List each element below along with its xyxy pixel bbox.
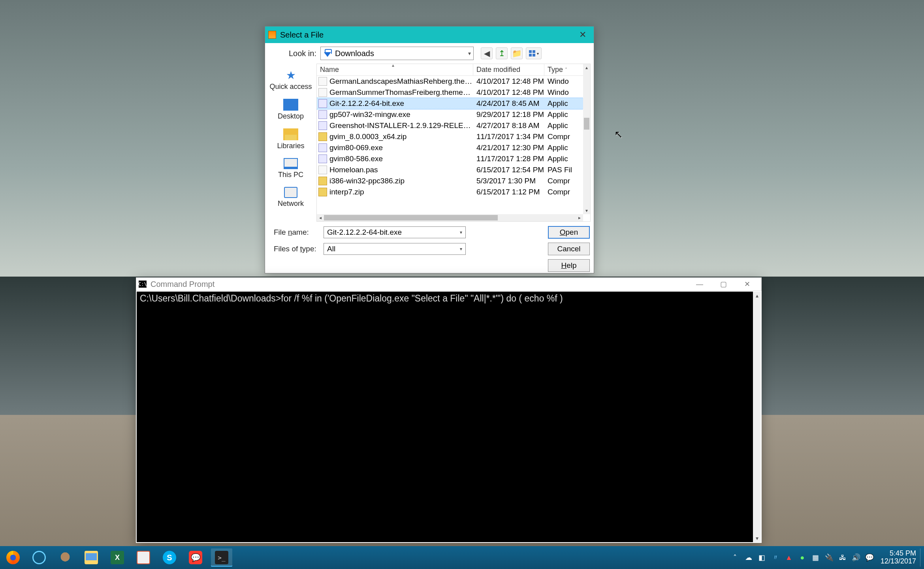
tray-app-icon[interactable]: ◧: [758, 554, 766, 561]
scroll-thumb[interactable]: [584, 118, 589, 130]
tray-action-center-icon[interactable]: 💬: [866, 554, 873, 561]
file-name: Greenshot-INSTALLER-1.2.9.129-RELEASE.ex…: [329, 121, 473, 130]
tray-skype-icon[interactable]: ●: [798, 554, 806, 561]
place-this-pc[interactable]: This PC: [265, 155, 316, 184]
file-name: interp7.zip: [329, 188, 473, 196]
taskbar-excel[interactable]: X: [107, 548, 128, 567]
file-row[interactable]: gvim_8.0.0003_x64.zip11/17/2017 1:34 PMC…: [317, 131, 590, 142]
filetype-select[interactable]: All ▾: [324, 243, 466, 255]
file-row[interactable]: gp507-win32-mingw.exe9/29/2017 12:18 PMA…: [317, 109, 590, 120]
close-button[interactable]: ✕: [575, 28, 591, 41]
file-icon: [318, 88, 327, 97]
close-button[interactable]: ✕: [735, 278, 759, 290]
tray-overflow-icon[interactable]: ˄: [731, 554, 739, 561]
file-row[interactable]: gvim80-069.exe4/21/2017 12:30 PMApplic: [317, 142, 590, 153]
new-folder-button[interactable]: 📁: [511, 47, 523, 59]
tray-cloud-icon[interactable]: ☁: [745, 554, 753, 561]
scroll-down-icon[interactable]: ▾: [753, 534, 761, 542]
tray-app-icon-2[interactable]: 〃: [772, 554, 779, 561]
taskbar-app[interactable]: [55, 548, 76, 567]
cortana-icon: [32, 551, 46, 564]
file-row[interactable]: GermanLandscapesMathiasRehberg.themep...…: [317, 76, 590, 87]
minimize-button[interactable]: —: [688, 278, 711, 290]
file-row[interactable]: i386-win32-ppc386.zip5/3/2017 1:30 PMCom…: [317, 175, 590, 187]
excel-icon: X: [111, 551, 124, 564]
scroll-left-icon[interactable]: ◂: [317, 214, 324, 221]
cmd-body[interactable]: C:\Users\Bill.Chatfield\Downloads>for /f…: [137, 292, 761, 542]
file-name: gvim80-069.exe: [329, 143, 473, 152]
taskbar-firefox[interactable]: [2, 548, 24, 567]
maximize-button[interactable]: ▢: [711, 278, 735, 290]
taskbar-snipping-tool[interactable]: [133, 548, 154, 567]
column-name[interactable]: Name: [317, 64, 473, 75]
cmd-icon: C:\: [139, 281, 147, 288]
star-icon: ★: [283, 69, 298, 81]
tray-power-icon[interactable]: 🔌: [825, 554, 833, 561]
file-list-pane: ▴ Name Date modified Type ˄ GermanLandsc…: [316, 64, 591, 222]
hscroll-thumb[interactable]: [324, 215, 498, 220]
lookin-value: Downloads: [335, 49, 468, 58]
taskbar-command-prompt[interactable]: >_: [211, 548, 232, 567]
libraries-icon: [283, 128, 298, 140]
place-quick-access[interactable]: ★ Quick access: [265, 66, 316, 96]
file-name: GermanSummerThomasFreiberg.themepack: [329, 88, 473, 97]
cancel-button[interactable]: Cancel: [548, 243, 590, 255]
taskbar-chat-app[interactable]: 💬: [185, 548, 206, 567]
place-desktop[interactable]: Desktop: [265, 96, 316, 125]
tray-volume-icon[interactable]: 🔊: [852, 554, 860, 561]
tray-app-icon-3[interactable]: ▦: [812, 554, 820, 561]
file-row[interactable]: Git-2.12.2.2-64-bit.exe4/24/2017 8:45 AM…: [317, 98, 590, 109]
view-menu-button[interactable]: ▾: [526, 47, 542, 59]
file-row[interactable]: gvim80-586.exe11/17/2017 1:28 PMApplic: [317, 153, 590, 164]
filename-input[interactable]: Git-2.12.2.2-64-bit.exe ▾: [324, 226, 466, 238]
file-icon: [318, 143, 327, 152]
places-bar: ★ Quick access Desktop Libraries This PC…: [265, 64, 316, 222]
scroll-up-icon[interactable]: ▴: [583, 64, 590, 71]
show-desktop-button[interactable]: [920, 548, 924, 567]
filetype-label: Files of type:: [265, 245, 324, 253]
column-date[interactable]: Date modified: [473, 64, 544, 75]
column-headers: ▴ Name Date modified Type ˄: [317, 64, 590, 76]
file-icon: [318, 121, 327, 130]
place-network[interactable]: Network: [265, 184, 316, 213]
file-date: 11/17/2017 1:28 PM: [473, 154, 544, 163]
help-button[interactable]: Help: [548, 259, 590, 272]
app-icon: [268, 31, 276, 39]
cmd-title: Command Prompt: [151, 280, 215, 289]
file-row[interactable]: interp7.zip6/15/2017 1:12 PMCompr: [317, 187, 590, 198]
terminal-icon: >_: [215, 551, 228, 564]
dialog-titlebar[interactable]: Select a File ✕: [265, 26, 594, 43]
scroll-right-icon[interactable]: ▸: [576, 214, 583, 221]
taskbar-cortana[interactable]: [28, 548, 50, 567]
lookin-dropdown[interactable]: Downloads ▾: [320, 47, 474, 60]
vertical-scrollbar[interactable]: ▴ ▾: [583, 64, 590, 214]
cmd-scrollbar[interactable]: ▴ ▾: [753, 292, 761, 542]
place-libraries[interactable]: Libraries: [265, 125, 316, 155]
file-date: 4/24/2017 8:45 AM: [473, 99, 544, 108]
taskbar-clock[interactable]: 5:45 PM 12/13/2017: [877, 550, 920, 565]
back-button[interactable]: ◀: [481, 47, 493, 59]
filename-value: Git-2.12.2.2-64-bit.exe: [327, 228, 402, 237]
scroll-down-icon[interactable]: ▾: [583, 207, 590, 214]
taskbar-file-explorer[interactable]: [81, 548, 102, 567]
file-row[interactable]: Greenshot-INSTALLER-1.2.9.129-RELEASE.ex…: [317, 120, 590, 131]
filename-label: File name:: [265, 228, 324, 237]
horizontal-scrollbar[interactable]: ◂ ▸: [317, 214, 583, 221]
tray-shield-icon[interactable]: ▲: [785, 554, 793, 561]
cmd-titlebar[interactable]: C:\ Command Prompt — ▢ ✕: [136, 277, 762, 291]
dialog-title: Select a File: [280, 30, 324, 40]
up-one-level-button[interactable]: ↥: [496, 47, 508, 59]
chat-icon: 💬: [189, 551, 202, 564]
taskbar-skype[interactable]: S: [159, 548, 180, 567]
file-name: GermanLandscapesMathiasRehberg.themep...: [329, 77, 473, 86]
command-prompt-window: C:\ Command Prompt — ▢ ✕ C:\Users\Bill.C…: [136, 277, 762, 543]
scroll-up-icon[interactable]: ▴: [753, 292, 761, 300]
tray-network-icon[interactable]: 🖧: [839, 554, 847, 561]
file-name: Git-2.12.2.2-64-bit.exe: [329, 99, 473, 108]
file-date: 6/15/2017 1:12 PM: [473, 188, 544, 196]
network-icon: [284, 187, 297, 198]
file-row[interactable]: Homeloan.pas6/15/2017 12:54 PMPAS Fil: [317, 164, 590, 175]
file-name: gvim_8.0.0003_x64.zip: [329, 132, 473, 141]
open-button[interactable]: Open: [548, 226, 590, 239]
file-row[interactable]: GermanSummerThomasFreiberg.themepack4/10…: [317, 87, 590, 98]
